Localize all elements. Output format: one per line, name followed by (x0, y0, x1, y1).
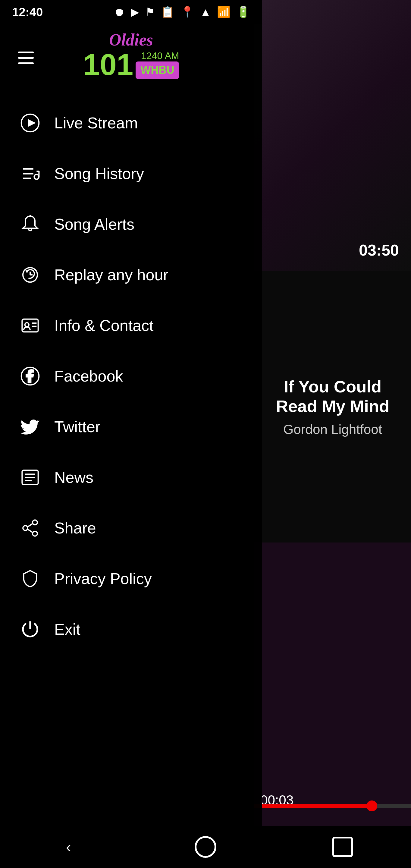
progress-bar-container (254, 804, 411, 808)
privacy-label: Privacy Policy (54, 569, 152, 588)
hamburger-line-2 (18, 57, 34, 59)
player-info-area: If You Could Read My Mind Gordon Lightfo… (254, 271, 411, 542)
svg-point-5 (34, 175, 39, 179)
contact-card-icon (18, 313, 42, 338)
menu-items-container: Live Stream Song History (0, 98, 262, 868)
flag-icon: ⚑ (145, 6, 155, 19)
menu-item-exit[interactable]: Exit (12, 604, 250, 655)
menu-item-news[interactable]: News (12, 452, 250, 503)
hamburger-menu-icon[interactable] (18, 52, 34, 64)
shield-icon (18, 567, 42, 591)
logo-whbu-container: 1240 AM WHBU (135, 50, 179, 79)
wifi-icon: ▲ (200, 6, 211, 19)
menu-item-privacy[interactable]: Privacy Policy (12, 553, 250, 604)
exit-label: Exit (54, 620, 81, 638)
logo-101-text: 101 (83, 50, 133, 80)
background-right-panel: 03:50 If You Could Read My Mind Gordon L… (254, 0, 411, 868)
bottom-nav-bar (0, 826, 411, 868)
home-button[interactable] (187, 829, 224, 865)
svg-point-24 (33, 531, 37, 536)
logo-area: Oldies 101 1240 AM WHBU (0, 18, 262, 98)
status-icons: ⏺ ▶ ⚑ 📋 📍 ▲ 📶 🔋 (114, 6, 250, 19)
back-button[interactable] (50, 829, 87, 865)
artist-bg: Gordon Lightfoot (283, 422, 382, 437)
power-icon (18, 617, 42, 641)
play-icon: ▶ (131, 6, 139, 19)
status-bar: 12:40 ⏺ ▶ ⚑ 📋 📍 ▲ 📶 🔋 (0, 0, 262, 24)
hamburger-line-3 (18, 62, 34, 64)
news-label: News (54, 468, 93, 487)
menu-item-live-stream[interactable]: Live Stream (12, 98, 250, 148)
share-icon (18, 516, 42, 540)
progress-dot (367, 801, 377, 811)
svg-point-14 (25, 323, 29, 327)
recents-button[interactable] (324, 829, 361, 865)
menu-drawer: 12:40 ⏺ ▶ ⚑ 📋 📍 ▲ 📶 🔋 Oldies 101 1240 AM… (0, 0, 262, 868)
song-alerts-label: Song Alerts (54, 215, 134, 233)
facebook-label: Facebook (54, 367, 123, 385)
bell-icon (18, 212, 42, 236)
svg-line-26 (27, 529, 33, 532)
logo-freq-text: 1240 AM (135, 50, 179, 61)
info-contact-label: Info & Contact (54, 316, 154, 335)
record-icon: ⏺ (114, 6, 125, 19)
svg-point-23 (23, 526, 28, 530)
progress-bar-fill (254, 804, 372, 808)
share-label: Share (54, 519, 96, 537)
twitter-icon (18, 415, 42, 439)
menu-item-song-history[interactable]: Song History (12, 148, 250, 199)
menu-item-twitter[interactable]: Twitter (12, 401, 250, 452)
hamburger-line-1 (18, 52, 34, 53)
svg-marker-1 (28, 119, 36, 127)
menu-item-replay[interactable]: Replay any hour (12, 250, 250, 300)
twitter-label: Twitter (54, 418, 100, 436)
logo-badge: 101 1240 AM WHBU (83, 50, 179, 80)
timestamp: 03:50 (359, 241, 399, 259)
clipboard-icon: 📋 (161, 6, 175, 19)
newspaper-icon (18, 465, 42, 490)
menu-item-share[interactable]: Share (12, 503, 250, 553)
list-music-icon (18, 161, 42, 186)
menu-item-info-contact[interactable]: Info & Contact (12, 300, 250, 351)
album-art-area: 03:50 (254, 0, 411, 271)
live-stream-label: Live Stream (54, 114, 138, 132)
menu-item-facebook[interactable]: Facebook (12, 351, 250, 401)
play-circle-icon (18, 111, 42, 135)
station-logo: Oldies 101 1240 AM WHBU (83, 30, 179, 80)
menu-item-song-alerts[interactable]: Song Alerts (12, 199, 250, 250)
facebook-icon (18, 364, 42, 388)
logo-whbu-badge: WHBU (135, 61, 179, 79)
status-time: 12:40 (12, 5, 43, 19)
song-title-bg: If You Could Read My Mind (266, 377, 399, 416)
signal-icon: 📶 (217, 6, 230, 19)
replay-icon (18, 263, 42, 287)
svg-line-25 (27, 524, 33, 527)
battery-icon: 🔋 (236, 6, 250, 19)
song-history-label: Song History (54, 164, 144, 183)
location-icon: 📍 (181, 6, 194, 19)
svg-point-22 (33, 520, 37, 525)
replay-label: Replay any hour (54, 266, 168, 284)
logo-oldies-text: Oldies (109, 30, 153, 50)
